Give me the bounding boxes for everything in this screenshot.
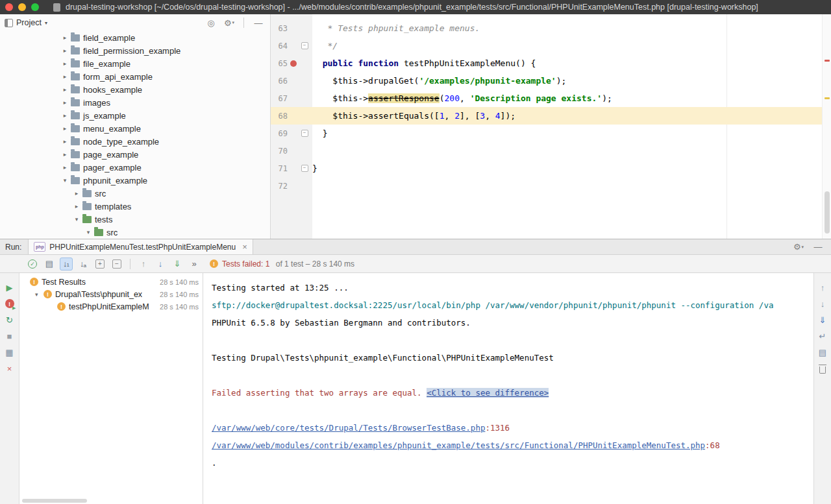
previous-failed-test-icon[interactable]: ↑ xyxy=(137,258,150,270)
tree-item-src[interactable]: ▸src xyxy=(0,187,270,200)
chevron-down-icon[interactable]: ▾ xyxy=(60,177,69,184)
stacktrace-link-browsertestbase[interactable]: /var/www/web/core/tests/Drupal/Tests/Bro… xyxy=(212,423,485,433)
chevron-down-icon[interactable]: ▾ xyxy=(84,229,93,235)
code-line-70[interactable]: 70 xyxy=(271,142,823,160)
chevron-down-icon[interactable]: ▾ xyxy=(45,20,47,26)
scroll-to-top-icon[interactable]: ↑ xyxy=(816,281,829,294)
folder-icon xyxy=(71,177,80,184)
chevron-right-icon[interactable]: ▸ xyxy=(60,125,69,132)
horizontal-scrollbar-thumb[interactable] xyxy=(22,499,87,503)
show-passed-icon[interactable]: ✓ xyxy=(26,258,39,270)
code-line-71[interactable]: 71−} xyxy=(271,160,823,177)
fold-marker-icon[interactable]: − xyxy=(301,42,308,49)
code-line-69[interactable]: 69− } xyxy=(271,125,823,142)
tree-item-field_permission_example[interactable]: ▸field_permission_example xyxy=(0,44,270,57)
test-suite-row[interactable]: ▾!Drupal\Tests\phpunit_ex28 s 140 ms xyxy=(19,288,203,300)
folder-icon xyxy=(71,164,80,171)
next-failed-test-icon[interactable]: ↓ xyxy=(154,258,167,270)
clear-console-icon[interactable] xyxy=(816,362,829,375)
toggle-auto-test-icon[interactable]: ↻ xyxy=(3,313,16,326)
run-settings-gear-icon[interactable]: ⚙▾ xyxy=(792,241,805,254)
chevron-right-icon[interactable]: ▸ xyxy=(60,47,69,54)
close-window-button[interactable] xyxy=(5,3,13,11)
tree-item-src[interactable]: ▾src xyxy=(0,226,270,239)
hide-run-panel-icon[interactable]: — xyxy=(812,241,825,254)
rerun-test-icon[interactable]: ▶ xyxy=(3,281,16,294)
chevron-right-icon[interactable]: ▸ xyxy=(60,86,69,93)
code-line-67[interactable]: 67 $this->assertResponse(200, 'Descripti… xyxy=(271,90,823,107)
restore-layout-icon[interactable]: ▦ xyxy=(3,346,16,359)
collapse-all-icon[interactable]: − xyxy=(110,258,123,270)
editor-scrollbar[interactable] xyxy=(822,14,831,239)
tree-item-js_example[interactable]: ▸js_example xyxy=(0,109,270,122)
code-line-63[interactable]: 63 * Tests phpunit_example menus. xyxy=(271,19,823,37)
fold-marker-icon[interactable]: − xyxy=(301,165,308,172)
zoom-window-button[interactable] xyxy=(31,3,39,11)
chevron-right-icon[interactable]: ▸ xyxy=(60,34,69,41)
tree-item-images[interactable]: ▸images xyxy=(0,96,270,109)
console-output[interactable]: Testing started at 13:25 ...sftp://docke… xyxy=(203,273,813,504)
tree-item-label: pager_example xyxy=(83,163,142,173)
failed-test-gutter-icon[interactable] xyxy=(290,60,297,67)
tree-item-node_type_example[interactable]: ▸node_type_example xyxy=(0,135,270,148)
close-tab-icon[interactable]: × xyxy=(242,242,247,252)
error-stripe-mark[interactable] xyxy=(825,60,830,62)
chevron-right-icon[interactable]: ▸ xyxy=(72,190,81,197)
chevron-right-icon[interactable]: ▸ xyxy=(60,73,69,80)
fold-marker-icon[interactable]: − xyxy=(301,130,308,137)
tree-item-form_api_example[interactable]: ▸form_api_example xyxy=(0,70,270,83)
sort-alphabetically-icon[interactable]: ↓a xyxy=(77,258,90,270)
expand-all-icon[interactable]: + xyxy=(93,258,106,270)
code-line-66[interactable]: 66 $this->drupalGet('/examples/phpunit-e… xyxy=(271,72,823,90)
gear-icon[interactable]: ⚙▾ xyxy=(223,16,236,29)
close-run-panel-icon[interactable]: × xyxy=(3,362,16,375)
scroll-to-bottom-icon[interactable]: ↓ xyxy=(816,297,829,310)
editor[interactable]: 63 * Tests phpunit_example menus.64− */6… xyxy=(271,14,831,239)
code-line-64[interactable]: 64− */ xyxy=(271,37,823,54)
tree-item-field_example[interactable]: ▸field_example xyxy=(0,31,270,44)
tree-item-pager_example[interactable]: ▸pager_example xyxy=(0,161,270,174)
tree-item-page_example[interactable]: ▸page_example xyxy=(0,148,270,161)
test-case-row[interactable]: !testPhpUnitExampleM28 s 140 ms xyxy=(19,300,203,313)
chevron-right-icon[interactable]: ▸ xyxy=(60,151,69,158)
gutter-icon-slot[interactable] xyxy=(288,60,299,67)
chevron-right-icon[interactable]: ▸ xyxy=(60,99,69,106)
hide-project-panel-icon[interactable]: — xyxy=(252,16,265,29)
chevron-right-icon[interactable]: ▸ xyxy=(60,112,69,119)
console-text: sftp://docker@drupaltest.docksal:2225/us… xyxy=(212,300,773,310)
chevron-right-icon[interactable]: ▸ xyxy=(60,60,69,67)
run-tab[interactable]: php PHPUnitExampleMenuTest.testPhpUnitEx… xyxy=(28,239,253,254)
test-console-icon[interactable]: ▤ xyxy=(43,258,56,270)
chevron-right-icon[interactable]: ▸ xyxy=(72,203,81,210)
sort-by-duration-icon[interactable]: ↓1 xyxy=(60,258,73,270)
soft-wrap-icon[interactable]: ↵ xyxy=(816,330,829,342)
chevron-right-icon[interactable]: ▸ xyxy=(60,164,69,171)
scroll-to-end-icon[interactable]: ⇓ xyxy=(816,313,829,326)
stacktrace-link-menutest[interactable]: /var/www/web/modules/contrib/examples/ph… xyxy=(212,440,705,450)
tree-item-file_example[interactable]: ▸file_example xyxy=(0,57,270,70)
diff-link[interactable]: <Click to see difference> xyxy=(427,388,549,398)
tree-item-menu_example[interactable]: ▸menu_example xyxy=(0,122,270,135)
project-pane-title[interactable]: Project xyxy=(16,18,42,27)
scrollbar-thumb[interactable] xyxy=(825,191,830,234)
tree-item-hooks_example[interactable]: ▸hooks_example xyxy=(0,83,270,96)
rerun-failed-tests-icon[interactable]: !▶ xyxy=(3,297,16,310)
test-history-icon[interactable]: » xyxy=(188,258,201,270)
chevron-down-icon[interactable]: ▾ xyxy=(35,291,43,298)
warning-stripe-mark[interactable] xyxy=(825,97,830,99)
tree-item-templates[interactable]: ▸templates xyxy=(0,200,270,213)
locate-file-icon[interactable]: ◎ xyxy=(205,16,217,29)
minimize-window-button[interactable] xyxy=(18,3,26,11)
code-line-72[interactable]: 72 xyxy=(271,177,823,195)
test-results-tree: !Test Results28 s 140 ms▾!Drupal\Tests\p… xyxy=(19,273,203,504)
stop-icon[interactable]: ■ xyxy=(3,330,16,342)
chevron-down-icon[interactable]: ▾ xyxy=(72,216,81,222)
chevron-right-icon[interactable]: ▸ xyxy=(60,138,69,145)
tree-item-phpunit_example[interactable]: ▾phpunit_example xyxy=(0,174,270,187)
code-line-68[interactable]: 68 $this->assertEquals([1, 2], [3, 4]); xyxy=(271,107,823,125)
code-line-65[interactable]: 65 public function testPhpUnitExampleMen… xyxy=(271,54,823,72)
import-test-results-icon[interactable]: ⇓ xyxy=(171,258,184,270)
tree-item-tests[interactable]: ▾tests xyxy=(0,213,270,226)
test-results-root[interactable]: !Test Results28 s 140 ms xyxy=(19,276,203,288)
export-console-icon[interactable]: ▤ xyxy=(816,346,829,359)
